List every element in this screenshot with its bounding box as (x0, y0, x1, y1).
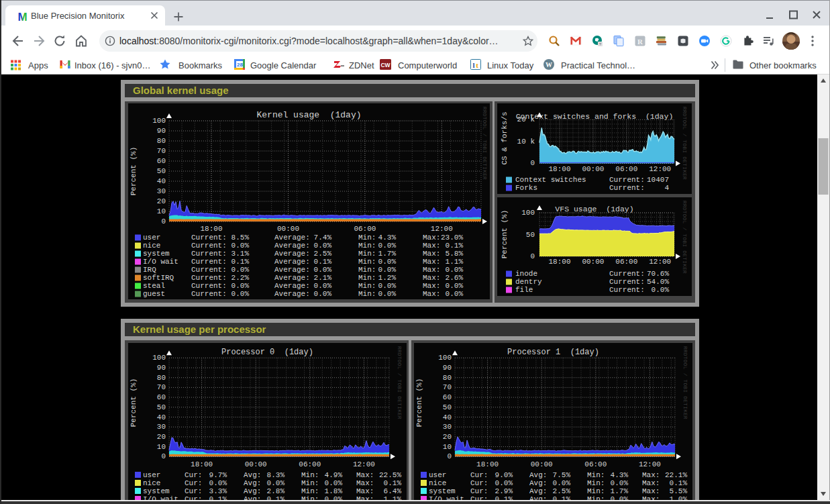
svg-text:Processor 0 (1day): Processor 0 (1day) (221, 348, 313, 357)
svg-text:5.5%: 5.5% (670, 487, 688, 495)
svg-text:0: 0 (530, 252, 535, 260)
svg-text:Max:: Max: (423, 282, 440, 290)
svg-text:50: 50 (443, 403, 452, 411)
svg-text:4.9%: 4.9% (325, 471, 343, 479)
svg-text:RRDTOOL / TOBI OETIKER: RRDTOOL / TOBI OETIKER (682, 107, 687, 180)
svg-text:file: file (515, 286, 533, 294)
svg-text:0.1%: 0.1% (670, 479, 688, 487)
svg-text:system: system (143, 250, 170, 258)
svg-text:Cur:: Cur: (470, 487, 488, 495)
svg-text:30: 30 (157, 187, 166, 195)
svg-text:nice: nice (143, 479, 160, 487)
svg-text:Avg:: Avg: (244, 487, 261, 495)
svg-text:Current:: Current: (609, 278, 645, 286)
svg-text:Max:: Max: (423, 290, 440, 298)
svg-text:Current:: Current: (191, 242, 227, 250)
svg-text:0.0%: 0.0% (611, 479, 629, 487)
svg-text:2.5%: 2.5% (553, 487, 571, 495)
svg-text:0.0%: 0.0% (446, 266, 464, 274)
svg-text:80: 80 (157, 374, 166, 382)
svg-text:0.0%: 0.0% (495, 479, 513, 487)
svg-text:Current:: Current: (191, 250, 227, 258)
svg-text:0.0%: 0.0% (231, 242, 250, 250)
svg-text:Current:: Current: (191, 266, 227, 274)
svg-text:9.7%: 9.7% (209, 471, 227, 479)
svg-text:VFS usage (1day): VFS usage (1day) (555, 205, 633, 213)
svg-text:20: 20 (157, 197, 166, 205)
svg-text:Inbox (16) - sjvn0…: Inbox (16) - sjvn0… (74, 60, 150, 70)
svg-text:30: 30 (157, 423, 166, 431)
svg-text:40: 40 (157, 177, 166, 185)
svg-text:Min:: Min: (358, 282, 376, 290)
svg-text:1.7%: 1.7% (378, 250, 397, 258)
svg-text:Min:: Min: (358, 274, 376, 282)
svg-text:Min:: Min: (587, 479, 605, 487)
svg-text:00:00: 00:00 (245, 460, 267, 468)
svg-text:Avg:: Avg: (244, 471, 261, 479)
svg-text:Forks: Forks (515, 184, 537, 192)
svg-text:7.4%: 7.4% (314, 234, 332, 242)
svg-text:guest: guest (143, 290, 165, 298)
svg-text:3.1%: 3.1% (231, 250, 250, 258)
svg-text:Cur:: Cur: (470, 495, 488, 501)
svg-text:5.8%: 5.8% (446, 250, 464, 258)
svg-text:10: 10 (157, 443, 166, 451)
svg-text:00:00: 00:00 (531, 460, 553, 468)
svg-text:10: 10 (443, 443, 452, 451)
svg-text:Avg:: Avg: (529, 479, 547, 487)
svg-text:Cur:: Cur: (185, 495, 202, 501)
svg-text:Max:: Max: (356, 479, 374, 487)
svg-text:2.1%: 2.1% (314, 274, 332, 282)
svg-text:20 k: 20 k (517, 115, 535, 123)
svg-text:18:00: 18:00 (476, 460, 499, 468)
svg-text:Min:: Min: (301, 471, 319, 479)
svg-text:Practical Technol…: Practical Technol… (561, 60, 635, 70)
svg-text:Max:: Max: (642, 487, 660, 495)
svg-text:0.0%: 0.0% (611, 495, 629, 501)
svg-text:0.0%: 0.0% (553, 479, 571, 487)
svg-text:8.5%: 8.5% (231, 234, 250, 242)
svg-text:0.1%: 0.1% (314, 258, 332, 266)
svg-text:1.8%: 1.8% (325, 487, 343, 495)
svg-text:Max:: Max: (423, 242, 440, 250)
svg-text:Max:: Max: (423, 266, 440, 274)
svg-text:1.1%: 1.1% (384, 495, 402, 501)
svg-text:20: 20 (157, 433, 166, 441)
svg-text:Avg:: Avg: (529, 471, 547, 479)
svg-text:00:00: 00:00 (582, 258, 604, 266)
svg-text:06:00: 06:00 (299, 460, 321, 468)
svg-text:0.0%: 0.0% (446, 282, 464, 290)
svg-text:Max:: Max: (642, 495, 660, 501)
svg-text:RRDTOOL / TOBI OETIKER: RRDTOOL / TOBI OETIKER (682, 346, 688, 419)
svg-text:Max:: Max: (423, 274, 440, 282)
svg-text:Min:: Min: (358, 290, 376, 298)
svg-text:4: 4 (647, 184, 669, 192)
svg-text:Max:: Max: (423, 250, 440, 258)
svg-text:100: 100 (438, 354, 452, 362)
svg-text:Average:: Average: (274, 290, 310, 298)
svg-text:6.4%: 6.4% (384, 487, 402, 495)
svg-text:Min:: Min: (358, 258, 376, 266)
svg-text:Min:: Min: (301, 479, 319, 487)
svg-text:dentry: dentry (515, 278, 542, 286)
svg-text:2.8%: 2.8% (267, 487, 285, 495)
svg-text:Min:: Min: (301, 487, 319, 495)
svg-text:l: l (472, 61, 474, 69)
svg-text:100: 100 (152, 354, 166, 362)
svg-text:RRDTOOL / TOBI OETIKER: RRDTOOL / TOBI OETIKER (682, 201, 687, 274)
svg-text:Current:: Current: (191, 234, 227, 242)
svg-text:Kernel usage (1day): Kernel usage (1day) (256, 110, 361, 120)
svg-text:06:00: 06:00 (584, 460, 607, 468)
svg-text:0.1%: 0.1% (267, 495, 285, 501)
svg-text:Min:: Min: (358, 242, 376, 250)
svg-text:user: user (143, 471, 160, 479)
svg-text:18:00: 18:00 (191, 460, 213, 468)
svg-text:nice: nice (429, 479, 446, 487)
svg-text:0.1%: 0.1% (209, 495, 227, 501)
svg-text:2.6%: 2.6% (446, 274, 464, 282)
svg-text:system: system (429, 487, 456, 495)
svg-text:Cur:: Cur: (185, 487, 202, 495)
svg-text:Max:: Max: (642, 471, 660, 479)
svg-text:0: 0 (447, 452, 452, 460)
svg-text:3.3%: 3.3% (209, 487, 227, 495)
